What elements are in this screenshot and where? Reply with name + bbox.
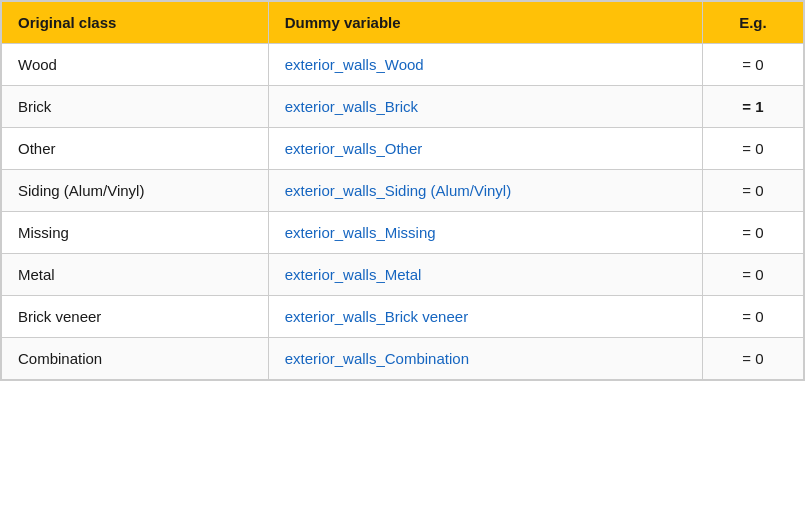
cell-example: = 0 [702, 170, 803, 212]
cell-example: = 0 [702, 44, 803, 86]
cell-original-class: Brick [2, 86, 269, 128]
cell-example: = 0 [702, 254, 803, 296]
cell-dummy-variable: exterior_walls_Metal [268, 254, 702, 296]
cell-dummy-variable: exterior_walls_Brick veneer [268, 296, 702, 338]
data-table: Original class Dummy variable E.g. Woode… [1, 1, 804, 380]
header-original-class: Original class [2, 2, 269, 44]
cell-example: = 0 [702, 296, 803, 338]
table-row: Otherexterior_walls_Other= 0 [2, 128, 804, 170]
cell-dummy-variable: exterior_walls_Wood [268, 44, 702, 86]
cell-original-class: Other [2, 128, 269, 170]
cell-original-class: Brick veneer [2, 296, 269, 338]
main-table-container: Original class Dummy variable E.g. Woode… [0, 0, 805, 381]
table-row: Brick veneerexterior_walls_Brick veneer=… [2, 296, 804, 338]
cell-original-class: Wood [2, 44, 269, 86]
header-dummy-variable: Dummy variable [268, 2, 702, 44]
table-row: Missingexterior_walls_Missing= 0 [2, 212, 804, 254]
cell-original-class: Siding (Alum/Vinyl) [2, 170, 269, 212]
cell-example: = 0 [702, 212, 803, 254]
cell-dummy-variable: exterior_walls_Brick [268, 86, 702, 128]
cell-dummy-variable: exterior_walls_Combination [268, 338, 702, 380]
cell-example: = 1 [702, 86, 803, 128]
cell-example: = 0 [702, 128, 803, 170]
cell-original-class: Combination [2, 338, 269, 380]
cell-original-class: Missing [2, 212, 269, 254]
header-example: E.g. [702, 2, 803, 44]
table-row: Combinationexterior_walls_Combination= 0 [2, 338, 804, 380]
table-row: Siding (Alum/Vinyl)exterior_walls_Siding… [2, 170, 804, 212]
table-header-row: Original class Dummy variable E.g. [2, 2, 804, 44]
cell-dummy-variable: exterior_walls_Other [268, 128, 702, 170]
table-row: Brickexterior_walls_Brick= 1 [2, 86, 804, 128]
cell-dummy-variable: exterior_walls_Siding (Alum/Vinyl) [268, 170, 702, 212]
table-row: Woodexterior_walls_Wood= 0 [2, 44, 804, 86]
cell-example: = 0 [702, 338, 803, 380]
cell-dummy-variable: exterior_walls_Missing [268, 212, 702, 254]
cell-original-class: Metal [2, 254, 269, 296]
table-row: Metalexterior_walls_Metal= 0 [2, 254, 804, 296]
